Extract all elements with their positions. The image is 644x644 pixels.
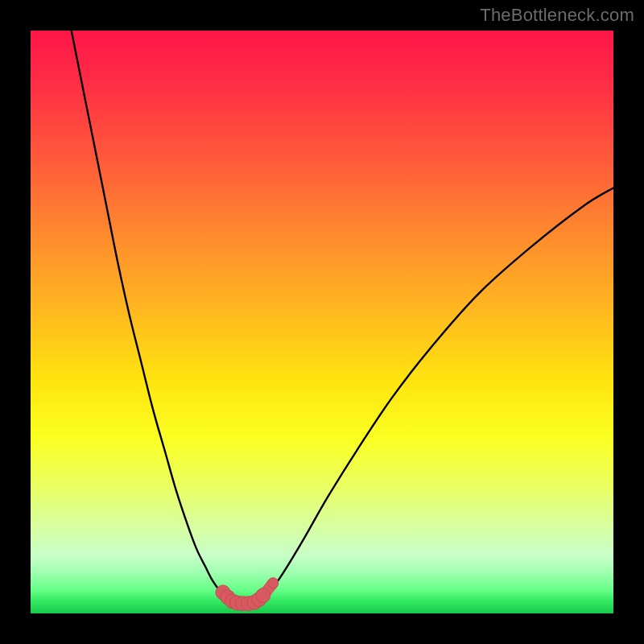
chart-frame: TheBottleneck.com	[0, 0, 644, 644]
bottleneck-marker	[256, 588, 270, 603]
curve-layer	[31, 31, 613, 613]
bottleneck-markers-group	[216, 578, 279, 611]
bottleneck-marker	[268, 578, 279, 588]
left-branch-curve	[72, 31, 227, 598]
right-branch-curve	[261, 188, 613, 598]
plot-area	[31, 31, 613, 613]
watermark-text: TheBottleneck.com	[480, 5, 634, 26]
